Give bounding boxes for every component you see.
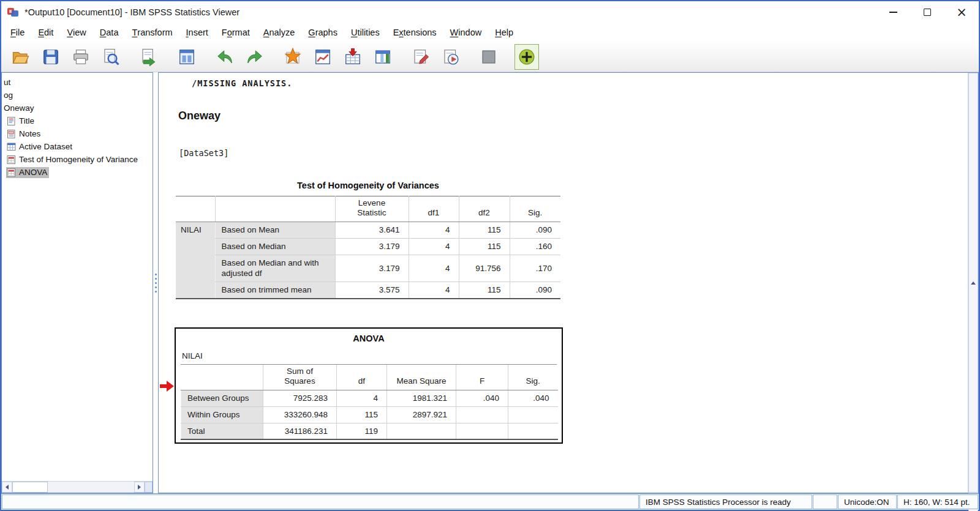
recall-dialogs-button[interactable] <box>175 44 199 70</box>
menu-transform[interactable]: Transform <box>125 23 179 42</box>
menu-file[interactable]: File <box>4 23 31 42</box>
title-icon <box>7 116 17 126</box>
workspace: utogOnewayTitleNotesActive DatasetTest o… <box>1 72 979 493</box>
unicode-status: Unicode:ON <box>838 494 897 509</box>
export-button[interactable] <box>137 44 161 70</box>
goto-case-button[interactable] <box>281 44 305 70</box>
outline-item-anova[interactable]: ANOVA <box>2 166 153 179</box>
outline-item-og[interactable]: og <box>2 89 153 102</box>
table-cell: 1981.321 <box>387 390 456 406</box>
anova-table: Sum ofSquaresdfMean SquareFSig.Between G… <box>181 365 558 440</box>
status-message-panel <box>2 494 639 509</box>
outline-item-test-of-homogeneity-of-variance[interactable]: Test of Homogeneity of Variance <box>2 153 153 166</box>
menu-utilities[interactable]: Utilities <box>344 23 386 42</box>
print-preview-button[interactable] <box>99 44 123 70</box>
column-header: df2 <box>459 196 510 222</box>
table-cell <box>456 406 508 423</box>
table-cell: 115 <box>459 238 510 255</box>
table-cell <box>508 406 558 423</box>
anova-table-block-selected[interactable]: ANOVA NILAI Sum ofSquaresdfMean SquareFS… <box>175 327 563 444</box>
menu-help[interactable]: Help <box>488 23 520 42</box>
menu-window[interactable]: Window <box>443 23 489 42</box>
table-cell: .170 <box>510 255 560 282</box>
horizontal-scroll-thumb[interactable] <box>12 482 48 493</box>
menu-data[interactable]: Data <box>93 23 126 42</box>
row-label: Based on Mean <box>215 222 335 238</box>
pane-splitter[interactable] <box>153 72 158 493</box>
menu-format[interactable]: Format <box>215 23 257 42</box>
outline-item-ut[interactable]: ut <box>2 76 153 89</box>
designate-window-icon <box>480 48 498 66</box>
table-row: Total341186.231119 <box>181 423 558 439</box>
column-header <box>181 365 263 390</box>
menu-extensions[interactable]: Extensions <box>386 23 443 42</box>
notes-icon <box>7 129 17 139</box>
import-data-button[interactable] <box>341 44 365 70</box>
menu-graphs[interactable]: Graphs <box>301 23 344 42</box>
table-cell: 4 <box>409 222 459 238</box>
table-cell: 333260.948 <box>263 406 337 423</box>
table-cell: 341186.231 <box>263 423 337 439</box>
run-script-icon <box>442 48 460 66</box>
splitter-grip-icon <box>155 282 157 284</box>
edit-output-button[interactable] <box>409 44 433 70</box>
outline-item-label: Test of Homogeneity of Variance <box>19 155 138 164</box>
table-row: Based on Median3.1794115.160 <box>176 238 560 255</box>
table-cell: 115 <box>459 222 510 238</box>
scroll-left-button[interactable] <box>2 482 12 493</box>
close-button[interactable]: × <box>944 1 979 23</box>
print-button[interactable] <box>69 44 93 70</box>
row-label: Total <box>181 423 263 439</box>
column-header: df <box>337 365 387 390</box>
import-table-icon <box>344 48 362 66</box>
select-chart-button[interactable] <box>311 44 335 70</box>
scroll-track[interactable] <box>48 482 134 493</box>
redo-button[interactable] <box>243 44 267 70</box>
row-group-label: NILAI <box>176 222 215 298</box>
outline-item-notes[interactable]: Notes <box>2 127 153 140</box>
outline-item-label: Active Dataset <box>19 142 72 151</box>
undo-button[interactable] <box>213 44 237 70</box>
homogeneity-table-block[interactable]: Test of Homogeneity of Variances LeveneS… <box>176 181 560 299</box>
maximize-button[interactable] <box>910 1 944 23</box>
column-header: Sig. <box>510 196 560 222</box>
save-icon <box>42 48 60 66</box>
menu-view[interactable]: View <box>60 23 92 42</box>
outline-horizontal-scrollbar[interactable] <box>2 481 153 493</box>
save-button[interactable] <box>39 44 63 70</box>
minimize-button[interactable] <box>876 1 910 23</box>
open-button[interactable] <box>9 44 33 70</box>
recall-dialogs-icon <box>178 48 196 66</box>
column-header: LeveneStatistic <box>335 196 409 222</box>
menu-edit[interactable]: Edit <box>31 23 60 42</box>
insert-button[interactable] <box>514 44 539 70</box>
dataset-icon <box>7 142 17 152</box>
goto-case-icon <box>284 48 302 66</box>
open-folder-icon <box>12 48 30 66</box>
table-cell: 91.756 <box>459 255 510 282</box>
outline-item-active-dataset[interactable]: Active Dataset <box>2 140 153 153</box>
table-cell: 4 <box>409 238 459 255</box>
table-cell: 4 <box>409 282 459 299</box>
menu-analyze[interactable]: Analyze <box>257 23 302 42</box>
outline-item-oneway[interactable]: Oneway <box>2 102 153 114</box>
table-row: Within Groups333260.9481152897.921 <box>181 406 558 423</box>
designate-window-button[interactable] <box>477 44 501 70</box>
status-bar: IBM SPSS Statistics Processor is ready U… <box>1 493 979 510</box>
table-row: Based on trimmed mean3.5754115.090 <box>176 282 560 299</box>
redo-icon <box>246 48 264 66</box>
outline-item-title[interactable]: Title <box>2 114 153 127</box>
scroll-up-button[interactable] <box>968 73 978 493</box>
dimensions-status: H: 160, W: 514 pt. <box>897 494 978 509</box>
table-cell: 3.179 <box>335 255 409 282</box>
menu-insert[interactable]: Insert <box>179 23 215 42</box>
table-row: Based on Median and with adjusted df3.17… <box>176 255 560 282</box>
arrow-up-icon <box>971 282 976 285</box>
output-vertical-scrollbar[interactable] <box>968 73 978 493</box>
column-header: df1 <box>409 196 459 222</box>
run-script-button[interactable] <box>439 44 463 70</box>
outline-item-label: Notes <box>19 129 40 138</box>
variables-button[interactable] <box>371 44 395 70</box>
scroll-right-button[interactable] <box>134 482 145 493</box>
pane-resize-grip[interactable] <box>145 482 153 493</box>
